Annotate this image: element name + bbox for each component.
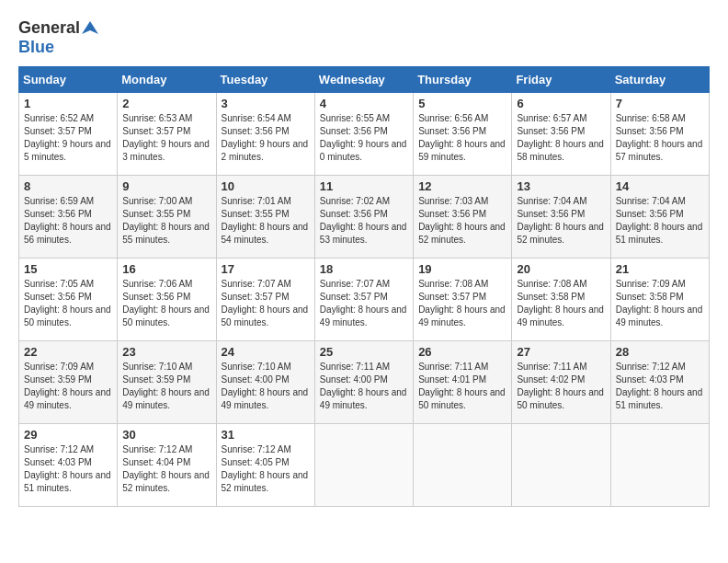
day-cell: 15 Sunrise: 7:05 AMSunset: 3:56 PMDaylig… [19,259,118,341]
day-info: Sunrise: 6:53 AMSunset: 3:57 PMDaylight:… [122,113,210,162]
day-cell: 12 Sunrise: 7:03 AMSunset: 3:56 PMDaylig… [414,176,512,259]
day-cell: 6 Sunrise: 6:57 AMSunset: 3:56 PMDayligh… [512,93,610,176]
day-number: 1 [24,97,112,110]
day-number: 11 [320,179,408,193]
day-info: Sunrise: 7:07 AMSunset: 3:57 PMDaylight:… [222,279,309,327]
day-cell: 23 Sunrise: 7:10 AMSunset: 3:59 PMDaylig… [118,341,216,424]
day-info: Sunrise: 6:54 AMSunset: 3:56 PMDaylight:… [222,113,309,162]
day-cell: 14 Sunrise: 7:04 AMSunset: 3:56 PMDaylig… [610,176,709,259]
day-info: Sunrise: 6:52 AMSunset: 3:57 PMDaylight:… [24,113,111,162]
day-number: 16 [122,262,210,276]
day-cell: 28 Sunrise: 7:12 AMSunset: 4:03 PMDaylig… [610,341,709,424]
day-info: Sunrise: 7:12 AMSunset: 4:03 PMDaylight:… [616,362,703,410]
day-cell: 13 Sunrise: 7:04 AMSunset: 3:56 PMDaylig… [512,176,610,259]
svg-marker-0 [82,21,98,34]
day-number: 12 [418,179,506,193]
week-row-5: 29 Sunrise: 7:12 AMSunset: 4:03 PMDaylig… [19,424,710,507]
day-info: Sunrise: 6:55 AMSunset: 3:56 PMDaylight:… [320,113,407,162]
logo-general: General [18,18,80,38]
day-cell: 18 Sunrise: 7:07 AMSunset: 3:57 PMDaylig… [314,259,413,341]
day-cell: 10 Sunrise: 7:01 AMSunset: 3:55 PMDaylig… [216,176,314,259]
day-number: 30 [122,428,210,442]
day-cell: 19 Sunrise: 7:08 AMSunset: 3:57 PMDaylig… [414,259,512,341]
day-info: Sunrise: 7:12 AMSunset: 4:04 PMDaylight:… [122,444,210,493]
day-cell: 2 Sunrise: 6:53 AMSunset: 3:57 PMDayligh… [118,93,216,176]
day-info: Sunrise: 7:10 AMSunset: 4:00 PMDaylight:… [222,362,309,410]
day-number: 7 [616,97,704,110]
day-number: 27 [517,345,605,359]
day-cell [314,424,413,507]
header-tuesday: Tuesday [216,67,314,93]
day-info: Sunrise: 7:02 AMSunset: 3:56 PMDaylight:… [320,196,407,245]
day-cell: 1 Sunrise: 6:52 AMSunset: 3:57 PMDayligh… [19,93,118,176]
day-info: Sunrise: 7:03 AMSunset: 3:56 PMDaylight:… [418,196,506,245]
day-cell: 29 Sunrise: 7:12 AMSunset: 4:03 PMDaylig… [19,424,118,507]
day-cell: 24 Sunrise: 7:10 AMSunset: 4:00 PMDaylig… [216,341,314,424]
day-info: Sunrise: 7:04 AMSunset: 3:56 PMDaylight:… [517,196,604,245]
day-cell: 25 Sunrise: 7:11 AMSunset: 4:00 PMDaylig… [314,341,413,424]
day-number: 17 [222,262,310,276]
day-cell: 30 Sunrise: 7:12 AMSunset: 4:04 PMDaylig… [118,424,216,507]
logo-blue: Blue [18,38,54,57]
day-number: 21 [616,262,704,276]
header-wednesday: Wednesday [314,67,413,93]
day-number: 26 [418,345,506,359]
day-cell: 21 Sunrise: 7:09 AMSunset: 3:58 PMDaylig… [610,259,709,341]
day-number: 19 [418,262,506,276]
day-info: Sunrise: 6:58 AMSunset: 3:56 PMDaylight:… [616,113,703,162]
day-info: Sunrise: 7:08 AMSunset: 3:58 PMDaylight:… [517,279,604,327]
day-cell: 8 Sunrise: 6:59 AMSunset: 3:56 PMDayligh… [19,176,118,259]
day-info: Sunrise: 7:09 AMSunset: 3:59 PMDaylight:… [24,362,111,410]
day-number: 5 [418,97,506,110]
day-info: Sunrise: 7:08 AMSunset: 3:57 PMDaylight:… [418,279,506,327]
day-number: 18 [320,262,408,276]
day-cell [512,424,610,507]
day-number: 10 [222,179,310,193]
header-thursday: Thursday [414,67,512,93]
header-monday: Monday [118,67,216,93]
day-cell: 31 Sunrise: 7:12 AMSunset: 4:05 PMDaylig… [216,424,314,507]
day-cell [414,424,512,507]
day-number: 4 [320,97,408,110]
day-info: Sunrise: 7:04 AMSunset: 3:56 PMDaylight:… [616,196,703,245]
day-cell: 5 Sunrise: 6:56 AMSunset: 3:56 PMDayligh… [414,93,512,176]
day-info: Sunrise: 6:57 AMSunset: 3:56 PMDaylight:… [517,113,604,162]
day-number: 8 [24,179,112,193]
header-sunday: Sunday [19,67,118,93]
day-number: 31 [222,428,310,442]
day-cell: 22 Sunrise: 7:09 AMSunset: 3:59 PMDaylig… [19,341,118,424]
day-number: 6 [517,97,605,110]
week-row-1: 1 Sunrise: 6:52 AMSunset: 3:57 PMDayligh… [19,93,710,176]
day-number: 13 [517,179,605,193]
day-info: Sunrise: 7:12 AMSunset: 4:03 PMDaylight:… [24,444,111,493]
day-number: 2 [122,97,210,110]
day-info: Sunrise: 7:07 AMSunset: 3:57 PMDaylight:… [320,279,407,327]
logo: General Blue [18,18,98,57]
day-cell: 7 Sunrise: 6:58 AMSunset: 3:56 PMDayligh… [610,93,709,176]
header-saturday: Saturday [610,67,709,93]
day-number: 15 [24,262,112,276]
day-cell: 20 Sunrise: 7:08 AMSunset: 3:58 PMDaylig… [512,259,610,341]
header: General Blue [18,18,710,57]
header-friday: Friday [512,67,610,93]
day-info: Sunrise: 7:00 AMSunset: 3:55 PMDaylight:… [122,196,210,245]
day-info: Sunrise: 6:56 AMSunset: 3:56 PMDaylight:… [418,113,506,162]
day-info: Sunrise: 7:12 AMSunset: 4:05 PMDaylight:… [222,444,309,493]
day-info: Sunrise: 7:09 AMSunset: 3:58 PMDaylight:… [616,279,703,327]
day-cell: 27 Sunrise: 7:11 AMSunset: 4:02 PMDaylig… [512,341,610,424]
day-number: 3 [222,97,310,110]
day-number: 25 [320,345,408,359]
week-row-3: 15 Sunrise: 7:05 AMSunset: 3:56 PMDaylig… [19,259,710,341]
day-info: Sunrise: 7:11 AMSunset: 4:00 PMDaylight:… [320,362,407,410]
day-number: 29 [24,428,112,442]
day-cell: 16 Sunrise: 7:06 AMSunset: 3:56 PMDaylig… [118,259,216,341]
day-number: 24 [222,345,310,359]
day-info: Sunrise: 7:06 AMSunset: 3:56 PMDaylight:… [122,279,210,327]
calendar: SundayMondayTuesdayWednesdayThursdayFrid… [18,66,710,507]
day-cell: 17 Sunrise: 7:07 AMSunset: 3:57 PMDaylig… [216,259,314,341]
day-cell: 3 Sunrise: 6:54 AMSunset: 3:56 PMDayligh… [216,93,314,176]
day-info: Sunrise: 6:59 AMSunset: 3:56 PMDaylight:… [24,196,111,245]
week-row-4: 22 Sunrise: 7:09 AMSunset: 3:59 PMDaylig… [19,341,710,424]
day-number: 22 [24,345,112,359]
day-info: Sunrise: 7:01 AMSunset: 3:55 PMDaylight:… [222,196,309,245]
